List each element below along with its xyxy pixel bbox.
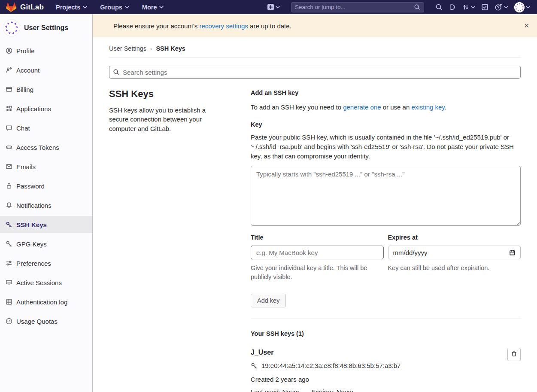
user-avatar [514,2,525,12]
key-icon [251,362,258,369]
chevron-down-icon [159,6,164,9]
chevron-down-icon [125,6,129,9]
search-icon [113,69,119,77]
new-item-dropdown[interactable] [267,3,280,11]
todos-icon[interactable] [481,3,488,11]
bell-icon [6,202,12,209]
alert-text-after: are up to date. [248,22,291,30]
user-icon [6,47,12,54]
nav-menu-more[interactable]: More [142,4,164,11]
global-search[interactable] [291,2,424,12]
monitor-icon [6,279,12,286]
chevron-down-icon [526,6,530,9]
sidebar-item-label: SSH Keys [16,221,47,228]
search-icon [414,4,420,10]
settings-sidebar: User Settings ProfileAccountBillingAppli… [0,14,93,392]
sidebar-item-ssh-keys[interactable]: SSH Keys [0,216,92,233]
add-key-button[interactable]: Add key [251,294,286,307]
gitlab-logo[interactable]: GitLab [6,2,44,12]
sidebar-item-label: GPG Keys [16,240,47,248]
key-icon [6,240,12,247]
sliders-icon [6,260,12,267]
generate-one-link[interactable]: generate one [343,103,381,111]
ssh-key-form: Add an SSH key To add an SSH key you nee… [251,88,521,392]
breadcrumb: User Settings › SSH Keys [109,37,521,58]
sidebar-item-active-sessions[interactable]: Active Sessions [0,274,92,291]
issues-icon[interactable] [449,3,456,11]
user-menu[interactable] [514,2,530,12]
sidebar-item-label: Applications [16,105,51,112]
sidebar-item-authentication-log[interactable]: Authentication log [0,293,92,310]
keys-list-heading: Your SSH keys (1) [251,330,521,337]
date-placeholder: mm/dd/yyyy [393,249,428,256]
expires-help-text: Key can still be used after expiration. [388,264,521,273]
sidebar-item-account[interactable]: Account [0,61,92,79]
breadcrumb-parent[interactable]: User Settings [109,45,146,52]
global-search-input[interactable] [295,4,414,10]
sidebar-item-password[interactable]: Password [0,177,92,194]
top-navbar: GitLab Projects Groups More [0,0,537,14]
sidebar-item-chat[interactable]: Chat [0,119,92,137]
recovery-alert: Please ensure your account's recovery se… [93,14,537,37]
help-dropdown[interactable] [495,3,508,11]
gauge-icon [6,318,12,325]
existing-key-link[interactable]: existing key [411,103,444,111]
expires-at-label: Expires at [388,234,521,241]
settings-search [109,66,521,79]
expires-field: Expires at mm/dd/yyyy Key can still be u… [388,234,521,282]
ssh-key-row: J_User 19:e0:44:a5:14:c2:3a:e8:f8:48:8b:… [251,349,521,392]
sidebar-item-label: Notifications [16,202,52,209]
trash-icon [511,350,517,359]
sidebar-item-notifications[interactable]: Notifications [0,197,92,214]
chevron-down-icon [276,6,280,9]
sidebar-item-label: Access Tokens [16,144,59,151]
sidebar-item-label: Emails [16,163,36,170]
alert-close-icon[interactable]: ✕ [524,22,529,30]
nav-menu-projects[interactable]: Projects [56,4,87,11]
recovery-settings-link[interactable]: recovery settings [199,22,248,30]
chevron-down-icon [471,6,475,9]
settings-search-input[interactable] [109,66,521,79]
sidebar-item-applications[interactable]: Applications [0,100,92,117]
calendar-icon[interactable] [509,249,516,256]
sidebar-item-preferences[interactable]: Preferences [0,255,92,272]
chat-bubble-icon [6,125,12,131]
tanuki-icon [6,2,16,12]
user-settings-avatar [3,20,20,36]
alert-text-before: Please ensure your account's [113,22,199,30]
expires-at-input[interactable]: mm/dd/yyyy [388,246,521,259]
search-button-icon[interactable] [435,3,443,11]
brand-name: GitLab [20,3,44,12]
chevron-down-icon [83,6,87,9]
sidebar-item-emails[interactable]: Emails [0,158,92,175]
sidebar-item-label: Profile [16,47,35,55]
navbar-right [267,2,530,12]
title-field: Title Give your individual key a title. … [251,234,384,282]
sidebar-nav: ProfileAccountBillingApplicationsChatAcc… [0,42,92,330]
navbar-menus: Projects Groups More [56,4,164,11]
log-table-icon [6,298,12,305]
title-input[interactable] [251,246,384,259]
sidebar-item-label: Usage Quotas [16,318,58,325]
sidebar-item-usage-quotas[interactable]: Usage Quotas [0,313,92,330]
nav-menu-groups[interactable]: Groups [100,4,129,11]
sidebar-item-profile[interactable]: Profile [0,42,92,59]
breadcrumb-current: SSH Keys [156,45,185,52]
sidebar-title: User Settings [24,24,68,32]
lock-icon [6,182,12,189]
title-help-text: Give your individual key a title. This w… [251,264,384,282]
help-icon [495,3,503,11]
sidebar-item-billing[interactable]: Billing [0,81,92,98]
merge-requests-dropdown[interactable] [462,3,475,11]
sidebar-item-gpg-keys[interactable]: GPG Keys [0,235,92,252]
divider [251,319,521,319]
sidebar-item-label: Account [16,67,39,74]
title-label: Title [251,234,384,241]
delete-key-button[interactable] [507,348,521,361]
ssh-key-textarea[interactable] [251,166,521,226]
form-section-title: Add an SSH key [251,89,521,96]
chevron-down-icon [504,6,508,9]
envelope-icon [6,163,12,170]
key-title: J_User [251,349,521,356]
sidebar-item-access-tokens[interactable]: Access Tokens [0,139,92,156]
